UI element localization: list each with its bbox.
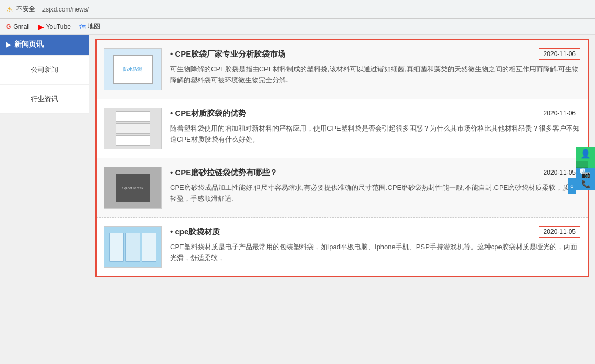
news-list: 防水防潮 CPE胶袋厂家专业分析胶袋市场 2020-11-06 可生物降解的CP…	[95, 39, 589, 277]
news-date-2: 2020-11-06	[539, 108, 580, 119]
content-area: 防水防潮 CPE胶袋厂家专业分析胶袋市场 2020-11-06 可生物降解的CP…	[89, 35, 595, 364]
news-desc-2: 随着塑料袋使用的增加和对新材料的严格应用，使用CPE塑料袋是否会引起很多困惑？为…	[170, 123, 580, 145]
news-title-3[interactable]: CPE磨砂拉链袋优势有哪些？	[170, 168, 278, 178]
maps-icon: 🗺	[79, 23, 86, 30]
youtube-icon: ▶	[38, 23, 44, 31]
widget-user-icon[interactable]: 👤	[580, 149, 591, 159]
company-news-label: 公司新闻	[31, 66, 58, 73]
industry-news-label: 行业资讯	[31, 95, 58, 103]
widget-expand-arrow[interactable]: «	[568, 178, 576, 194]
sidebar: ▶ 新闻页讯 公司新闻 行业资讯	[0, 35, 89, 364]
news-body-2: CPE材质胶袋的优势 2020-11-06 随着塑料袋使用的增加和对新材料的严格…	[170, 108, 580, 145]
news-thumbnail-2	[104, 108, 162, 149]
widget-phone-icon[interactable]: 📞	[581, 180, 590, 188]
table-row[interactable]: Sport Mask CPE磨砂拉链袋优势有哪些？ 2020-11-05 CPE…	[97, 158, 588, 218]
news-date-3: 2020-11-05	[539, 167, 580, 178]
warning-icon: ⚠	[6, 5, 13, 14]
news-body-4: cpe胶袋材质 2020-11-05 CPE塑料袋材质是电子产品最常用的包装塑料…	[170, 226, 580, 264]
news-title-1[interactable]: CPE胶袋厂家专业分析胶袋市场	[170, 49, 285, 59]
news-desc-3: CPE磨砂袋成品加工性能好,但尺寸容易缩水,有必要提供准确的尺寸范围.CPE磨砂…	[170, 183, 580, 205]
table-row[interactable]: cpe胶袋材质 2020-11-05 CPE塑料袋材质是电子产品最常用的包装塑料…	[97, 218, 588, 276]
sidebar-item-industry-news[interactable]: 行业资讯	[0, 85, 89, 114]
right-widget: 👤 在线客服 📷 📞	[576, 147, 595, 190]
news-date-4: 2020-11-05	[539, 226, 580, 238]
bookmark-gmail[interactable]: G Gmail	[6, 23, 30, 30]
maps-label: 地图	[88, 22, 100, 31]
main-layout: ▶ 新闻页讯 公司新闻 行业资讯 防水防潮	[0, 35, 595, 364]
news-header-2: CPE材质胶袋的优势 2020-11-06	[170, 108, 580, 119]
news-header-4: cpe胶袋材质 2020-11-05	[170, 226, 580, 238]
table-row[interactable]: CPE材质胶袋的优势 2020-11-06 随着塑料袋使用的增加和对新材料的严格…	[97, 99, 588, 158]
bookmark-maps[interactable]: 🗺 地图	[79, 22, 100, 31]
warning-text: 不安全	[16, 5, 35, 14]
news-thumbnail-1: 防水防潮	[104, 48, 162, 90]
news-body-3: CPE磨砂拉链袋优势有哪些？ 2020-11-05 CPE磨砂袋成品加工性能好,…	[170, 167, 580, 205]
news-desc-4: CPE塑料袋材质是电子产品最常用的包装塑料袋，如Ipad平板电脑、Iphone手…	[170, 242, 580, 264]
online-service-widget[interactable]: 在线客服	[576, 161, 588, 168]
news-thumbnail-3: Sport Mask	[104, 167, 162, 209]
gmail-icon: G	[6, 23, 11, 30]
security-warning: ⚠ 不安全 zsjxd.com/news/	[6, 5, 89, 14]
browser-bar: ⚠ 不安全 zsjxd.com/news/	[0, 0, 595, 19]
bookmark-youtube[interactable]: ▶ YouTube	[38, 23, 71, 31]
news-header-1: CPE胶袋厂家专业分析胶袋市场 2020-11-06	[170, 48, 580, 60]
url-text: zsjxd.com/news/	[42, 6, 89, 13]
sidebar-active-label: 新闻页讯	[14, 40, 44, 49]
news-thumbnail-4	[104, 226, 162, 268]
table-row[interactable]: 防水防潮 CPE胶袋厂家专业分析胶袋市场 2020-11-06 可生物降解的CP…	[97, 40, 588, 99]
bookmark-bar: G Gmail ▶ YouTube 🗺 地图	[0, 19, 595, 35]
news-body-1: CPE胶袋厂家专业分析胶袋市场 2020-11-06 可生物降解的CPE胶袋是指…	[170, 48, 580, 86]
news-desc-1: 可生物降解的CPE胶袋是指由CPE材料制成的塑料袋,该材料可以通过诸如细菌,真细…	[170, 64, 580, 86]
gmail-label: Gmail	[13, 23, 29, 30]
widget-photo-icon[interactable]: 📷	[581, 170, 590, 178]
news-title-2[interactable]: CPE材质胶袋的优势	[170, 109, 246, 119]
sidebar-item-company-news[interactable]: 公司新闻	[0, 56, 89, 84]
news-title-4[interactable]: cpe胶袋材质	[170, 227, 220, 237]
youtube-label: YouTube	[46, 23, 71, 30]
sidebar-item-news-active[interactable]: ▶ 新闻页讯	[0, 35, 89, 55]
play-icon: ▶	[6, 41, 11, 48]
news-date-1: 2020-11-06	[539, 48, 580, 60]
news-header-3: CPE磨砂拉链袋优势有哪些？ 2020-11-05	[170, 167, 580, 178]
